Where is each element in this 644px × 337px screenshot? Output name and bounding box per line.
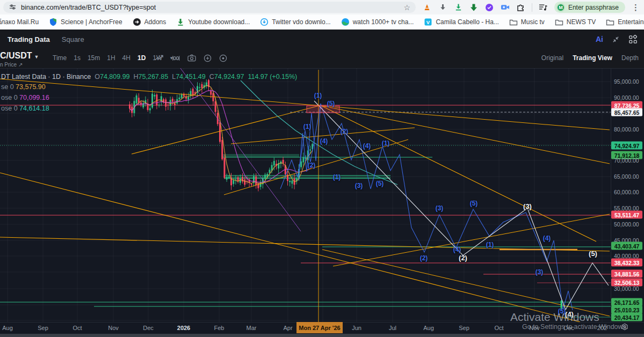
interval-1D[interactable]: 1D <box>138 54 146 62</box>
wave-label: (5) <box>470 200 478 207</box>
view-depth[interactable]: Depth <box>621 54 639 62</box>
bookmark-item[interactable]: VCamila Cabello - Ha... <box>424 18 498 26</box>
price-mode-label[interactable]: n Price ↗ <box>0 62 23 68</box>
binance-nav: Trading Data Square Ai <box>0 30 644 49</box>
svg-text:V: V <box>426 19 430 25</box>
shield-icon <box>49 18 57 26</box>
price-axis-label: 70,000.00 <box>614 157 639 164</box>
time-axis-label: Aug <box>423 325 434 331</box>
wave-label: (4) <box>363 142 371 150</box>
bookmark-label: Youtube doownload... <box>188 18 250 26</box>
passphrase-label: Enter passphrase <box>568 4 619 11</box>
interval-1s[interactable]: 1s <box>74 54 81 62</box>
apps-grid-icon[interactable] <box>628 35 638 44</box>
puzzle-extension-icon[interactable] <box>516 3 525 12</box>
crosshair-time-badge: Mon 27 Apr '26 <box>296 322 343 333</box>
media-queue-icon[interactable] <box>539 3 548 12</box>
ohlc-key: O <box>95 73 100 80</box>
time-axis-label: Apr <box>283 325 292 331</box>
indicator-legend-row: ose 0 70,099.16 <box>1 94 49 101</box>
tune-icon[interactable] <box>9 3 17 11</box>
url-text[interactable]: binance.com/en/trade/BTC_USDT?type=spot <box>21 4 403 11</box>
bookmark-item[interactable]: watch 1000+ tv cha... <box>341 18 414 26</box>
bookmark-item[interactable]: NEWS TV <box>555 18 596 26</box>
bookmark-label: Entertainment <box>618 18 644 26</box>
browser-toolbar: binance.com/en/trade/BTC_USDT?type=spot … <box>0 0 644 14</box>
wave-label: (1) <box>486 241 494 248</box>
wallet-logo-icon: M <box>556 3 565 12</box>
activate-windows-watermark: Activate Windows <box>510 311 599 324</box>
ai-assistant-button[interactable]: Ai <box>596 35 603 43</box>
price-axis-label: 65,000.00 <box>614 173 639 180</box>
camera-extension-icon[interactable] <box>501 3 510 12</box>
indicator-legend-row: se 0 73,575.90 <box>1 83 46 91</box>
bookmark-item[interactable]: Science | AnchorFree <box>49 18 122 26</box>
folder-icon <box>509 18 518 26</box>
interval-15m[interactable]: 15m <box>88 54 100 62</box>
axis-settings-gear-icon[interactable] <box>621 323 628 333</box>
candlestick-series <box>129 79 313 191</box>
chart-settings-icon[interactable] <box>219 54 227 62</box>
interval-4H[interactable]: 4H <box>122 54 131 62</box>
interval-1H[interactable]: 1H <box>107 54 115 62</box>
chart-tools <box>155 49 227 67</box>
tab-trading-data[interactable]: Trading Data <box>8 35 50 43</box>
ohlc-value: 74,924.97 <box>214 73 244 80</box>
price-axis-label: 25,010.23 <box>611 306 642 314</box>
bookmark-item[interactable]: блако Mail.Ru <box>0 18 39 26</box>
save-download-icon[interactable] <box>454 3 463 12</box>
view-switcher: OriginalTrading ViewDepth <box>541 49 639 67</box>
gray-download-icon[interactable] <box>438 3 447 12</box>
price-axis-label: 26,171.65 <box>611 298 642 306</box>
bookmark-item[interactable]: Youtube doownload... <box>176 18 250 26</box>
price-axis-label: 90,000.00 <box>614 94 639 101</box>
indicators-icon[interactable] <box>171 54 180 62</box>
view-trading-view[interactable]: Trading View <box>573 54 612 62</box>
bookmark-item[interactable]: Addons <box>133 18 167 26</box>
vpn-cone-icon[interactable] <box>423 3 432 12</box>
enter-passphrase-button[interactable]: M Enter passphrase <box>554 2 625 13</box>
toolbar-divider <box>532 3 532 12</box>
symbol-title[interactable]: C/USDT▼ <box>0 51 39 61</box>
ohlc-legend: DT Latest Data · 1D · BinanceO74,809.99H… <box>1 73 297 80</box>
collapse-icon[interactable] <box>612 35 620 43</box>
indicator-legend-row: ose 0 74,614.18 <box>1 105 49 112</box>
green-arrow-icon[interactable] <box>469 3 479 12</box>
time-axis-label: Jun <box>352 325 361 331</box>
bookmark-label: блако Mail.Ru <box>0 18 39 26</box>
price-axis-label: 20,434.17 <box>611 313 642 321</box>
wave-label: (5) <box>589 250 597 258</box>
bookmark-label: Music tv <box>521 18 545 26</box>
price-chart[interactable] <box>0 68 611 322</box>
bookmark-label: Addons <box>144 18 167 26</box>
browser-menu-icon[interactable]: ⋮ <box>632 3 640 12</box>
bookmark-item[interactable]: Music tv <box>509 18 545 26</box>
wave-label: (1) <box>333 173 341 181</box>
bookmark-star-icon[interactable]: ☆ <box>403 4 410 11</box>
globe-icon <box>341 18 350 26</box>
camera-snapshot-icon[interactable] <box>187 54 196 62</box>
ohlc-value: 75,267.85 <box>139 73 169 80</box>
wave-label: (1) <box>382 140 390 147</box>
bookmarks-bar: блако Mail.RuScience | AnchorFreeAddonsY… <box>0 14 644 30</box>
price-axis-label: 74,924.97 <box>611 142 642 150</box>
bookmark-item[interactable]: Twitter vdo downlo... <box>260 18 330 26</box>
time-axis-label: Jul <box>389 325 396 331</box>
purple-extension-icon[interactable] <box>485 3 494 12</box>
interval-Time[interactable]: Time <box>53 54 67 62</box>
wave-label: (3) <box>436 204 444 212</box>
extensions-area: M Enter passphrase ⋮ <box>423 0 640 14</box>
chart-type-icon[interactable] <box>155 54 164 62</box>
time-axis-label: 2026 <box>177 325 190 331</box>
view-original[interactable]: Original <box>541 54 563 62</box>
ohlc-value: 74,451.49 <box>176 73 206 80</box>
address-bar[interactable]: binance.com/en/trade/BTC_USDT?type=spot … <box>3 2 416 13</box>
time-axis-label: Mar <box>247 325 257 331</box>
tab-square[interactable]: Square <box>62 35 84 43</box>
time-axis-label: Aug <box>2 325 13 331</box>
bookmark-item[interactable]: Entertainment <box>606 18 644 26</box>
bookmark-label: watch 1000+ tv cha... <box>353 18 414 26</box>
add-alert-icon[interactable] <box>204 54 212 62</box>
ohlc-value: 74,809.99 <box>100 73 130 80</box>
wave-label: (2) <box>341 128 349 135</box>
